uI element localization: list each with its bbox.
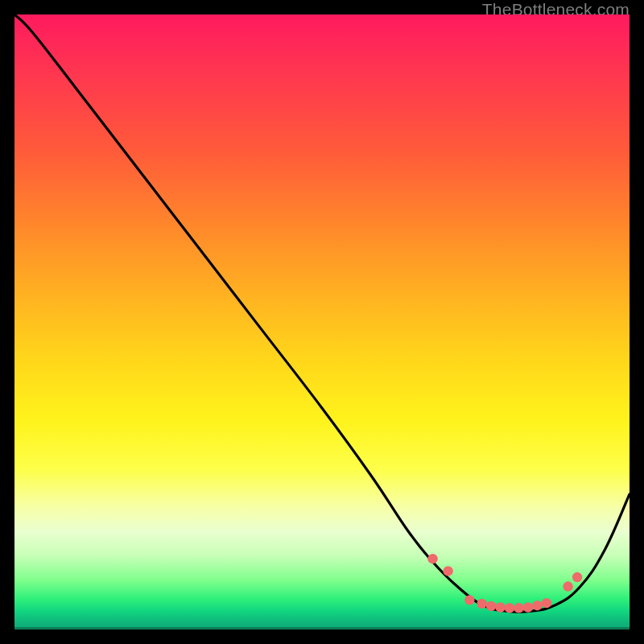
marker-dot [505, 603, 514, 613]
chart-frame: TheBottleneck.com [0, 0, 644, 644]
marker-dot [427, 554, 437, 564]
marker-dot [542, 598, 551, 608]
marker-dot [572, 572, 582, 582]
curve-svg [14, 14, 630, 630]
marker-dot [486, 601, 496, 611]
marker-dot [443, 566, 452, 576]
marker-dot [514, 603, 523, 613]
marker-dot [495, 602, 505, 612]
marker-dot [563, 581, 572, 591]
bottleneck-curve [14, 14, 630, 612]
marker-dot [464, 595, 474, 605]
marker-dot [477, 599, 486, 609]
marker-dot [523, 602, 533, 612]
marker-dot [532, 601, 542, 610]
plot-area [14, 14, 630, 630]
